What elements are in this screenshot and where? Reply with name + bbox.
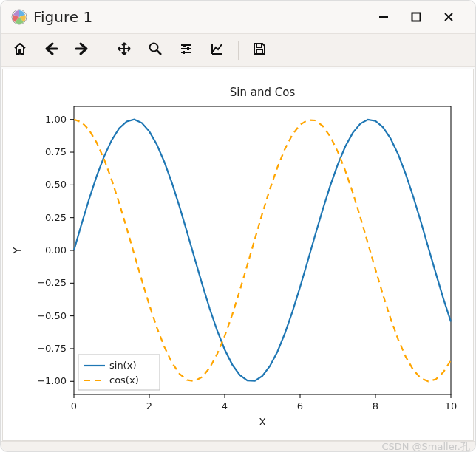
svg-text:0.00: 0.00 bbox=[45, 245, 67, 256]
edit-button[interactable] bbox=[203, 35, 232, 65]
svg-rect-10 bbox=[187, 47, 189, 50]
move-icon bbox=[117, 41, 132, 59]
arrow-right-icon bbox=[75, 41, 89, 59]
minimize-button[interactable] bbox=[367, 2, 400, 32]
figure-window: Figure 1 bbox=[0, 0, 476, 452]
svg-text:0.75: 0.75 bbox=[45, 146, 67, 157]
configure-button[interactable] bbox=[171, 35, 201, 65]
close-button[interactable] bbox=[432, 2, 465, 32]
x-axis-label: X bbox=[259, 416, 266, 428]
svg-rect-12 bbox=[183, 51, 185, 54]
svg-text:0.25: 0.25 bbox=[45, 212, 67, 223]
forward-button[interactable] bbox=[67, 35, 97, 65]
titlebar: Figure 1 bbox=[1, 1, 475, 33]
plot-canvas[interactable]: 0246810−1.00−0.75−0.50−0.250.000.250.500… bbox=[2, 69, 474, 441]
svg-line-6 bbox=[157, 50, 161, 55]
svg-text:0.50: 0.50 bbox=[45, 179, 67, 190]
window-title: Figure 1 bbox=[33, 8, 92, 26]
svg-rect-8 bbox=[183, 44, 186, 47]
toolbar-separator bbox=[103, 41, 103, 60]
legend-item-0: sin(x) bbox=[109, 360, 136, 371]
pan-button[interactable] bbox=[109, 35, 139, 65]
toolbar bbox=[1, 33, 475, 67]
series-cos(x) bbox=[74, 120, 451, 382]
maximize-button[interactable] bbox=[400, 2, 432, 32]
home-icon bbox=[13, 41, 27, 59]
svg-text:−0.25: −0.25 bbox=[37, 277, 67, 288]
series-sin(x) bbox=[74, 120, 451, 381]
svg-rect-13 bbox=[256, 44, 262, 47]
app-icon bbox=[11, 9, 27, 25]
save-button[interactable] bbox=[245, 35, 274, 65]
svg-text:2: 2 bbox=[146, 400, 152, 411]
arrow-left-icon bbox=[44, 41, 58, 59]
svg-text:10: 10 bbox=[445, 400, 458, 411]
status-bar bbox=[1, 441, 475, 451]
svg-text:6: 6 bbox=[297, 400, 303, 411]
y-axis-label: Y bbox=[11, 247, 23, 254]
svg-rect-14 bbox=[256, 49, 262, 54]
save-icon bbox=[252, 41, 267, 59]
chart-line-icon bbox=[210, 41, 225, 59]
svg-text:1.00: 1.00 bbox=[45, 114, 67, 125]
toolbar-separator bbox=[238, 41, 239, 60]
home-button[interactable] bbox=[5, 35, 35, 65]
legend-item-1: cos(x) bbox=[109, 375, 139, 386]
chart-title: Sin and Cos bbox=[230, 86, 296, 99]
svg-rect-2 bbox=[412, 13, 421, 21]
svg-text:−0.75: −0.75 bbox=[37, 343, 67, 354]
svg-text:0: 0 bbox=[71, 400, 77, 411]
search-icon bbox=[148, 41, 163, 59]
svg-text:−1.00: −1.00 bbox=[37, 375, 67, 386]
zoom-button[interactable] bbox=[140, 35, 170, 65]
svg-point-5 bbox=[150, 44, 158, 52]
svg-rect-15 bbox=[74, 106, 451, 394]
svg-text:8: 8 bbox=[373, 400, 378, 411]
back-button[interactable] bbox=[36, 35, 66, 65]
svg-text:4: 4 bbox=[222, 400, 228, 411]
svg-text:−0.50: −0.50 bbox=[37, 310, 67, 321]
sliders-icon bbox=[179, 41, 194, 59]
